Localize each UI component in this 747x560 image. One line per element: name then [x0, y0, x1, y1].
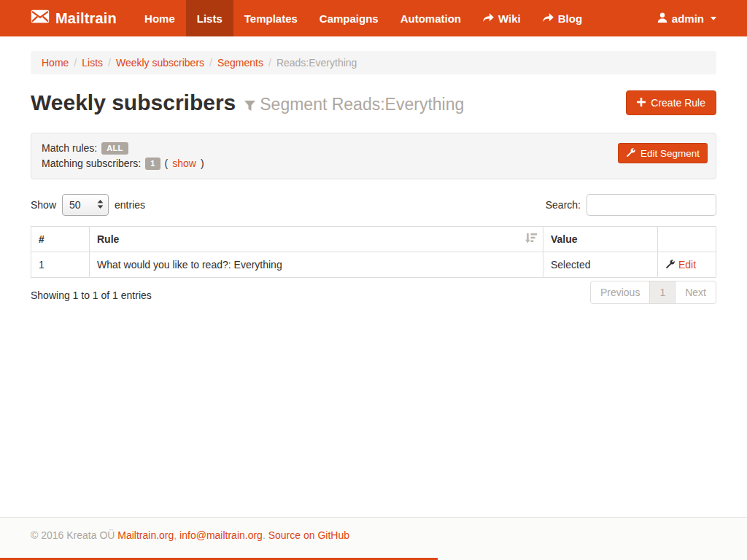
action-cell: Edit: [658, 252, 716, 278]
paren-close: ): [201, 156, 204, 171]
plus-icon: [637, 97, 646, 109]
wrench-icon: [665, 259, 675, 271]
pagination-previous-button[interactable]: Previous: [590, 281, 650, 304]
envelope-icon: [31, 9, 50, 27]
pagination: Previous 1 Next: [590, 281, 716, 304]
rule-cell: What would you like to read?: Everything: [90, 252, 543, 278]
nav-item-lists[interactable]: Lists: [186, 0, 233, 36]
column-header-value[interactable]: Value: [543, 227, 658, 252]
matching-count-badge: 1: [145, 158, 160, 170]
nav-item-blog[interactable]: Blog: [532, 0, 593, 36]
edit-rule-link[interactable]: Edit: [665, 259, 696, 271]
column-header-action: [658, 227, 716, 252]
pagination-page-1[interactable]: 1: [649, 281, 676, 304]
top-navbar: Mailtrain Home Lists Templates Campaigns…: [0, 0, 747, 36]
brand-label: Mailtrain: [55, 10, 117, 27]
chevron-down-icon: [711, 17, 716, 20]
user-icon: [657, 12, 667, 25]
search-input[interactable]: [587, 194, 716, 216]
nav-item-templates[interactable]: Templates: [233, 0, 309, 36]
mailtrain-org-link[interactable]: Mailtrain.org: [117, 529, 174, 541]
column-header-rule[interactable]: Rule: [90, 227, 543, 252]
source-github-link[interactable]: Source on GitHub: [268, 529, 349, 541]
nav-item-wiki[interactable]: Wiki: [472, 0, 532, 36]
page-title: Weekly subscribers Segment Reads:Everyth…: [31, 90, 464, 115]
nav-item-automation[interactable]: Automation: [390, 0, 472, 36]
showing-entries-text: Showing 1 to 1 of 1 entries: [31, 289, 152, 301]
entries-select[interactable]: 50: [62, 194, 109, 216]
breadcrumb-weekly-subscribers[interactable]: Weekly subscribers: [116, 57, 204, 69]
entries-suffix-label: entries: [115, 199, 145, 211]
segment-summary-panel: Match rules: ALL Matching subscribers: 1…: [31, 133, 716, 179]
sort-descending-icon[interactable]: [525, 233, 538, 246]
nav-item-home[interactable]: Home: [133, 0, 186, 36]
breadcrumb-home[interactable]: Home: [42, 57, 69, 69]
page-footer: © 2016 Kreata OÜ Mailtrain.org, info@mai…: [0, 517, 747, 560]
breadcrumb-lists[interactable]: Lists: [82, 57, 103, 69]
nav-item-campaigns[interactable]: Campaigns: [309, 0, 390, 36]
copyright-text: © 2016 Kreata OÜ: [31, 529, 117, 541]
create-rule-button[interactable]: Create Rule: [626, 90, 716, 115]
show-subscribers-link[interactable]: show: [172, 156, 196, 171]
search-label: Search:: [546, 199, 581, 211]
breadcrumb: Home / Lists / Weekly subscribers / Segm…: [31, 51, 716, 74]
user-menu[interactable]: admin: [646, 0, 727, 36]
share-arrow-icon: [483, 12, 494, 25]
user-label: admin: [672, 12, 704, 25]
edit-segment-button[interactable]: Edit Segment: [618, 143, 708, 163]
value-cell: Selected: [543, 252, 658, 278]
page-subtitle: Segment Reads:Everything: [244, 95, 464, 114]
column-header-num[interactable]: #: [31, 227, 90, 252]
filter-icon: [244, 96, 255, 115]
share-arrow-icon: [543, 12, 554, 25]
show-entries-label: Show: [31, 199, 56, 211]
brand-mailtrain[interactable]: Mailtrain: [20, 0, 128, 36]
wrench-icon: [626, 147, 635, 159]
match-rules-label: Match rules:: [42, 141, 97, 155]
email-link[interactable]: info@mailtrain.org: [179, 529, 263, 541]
entries-select-value: 50: [69, 199, 81, 211]
paren-open: (: [165, 156, 169, 171]
table-header-row: # Rule Value: [31, 227, 716, 252]
rule-number-cell: 1: [31, 252, 90, 278]
table-row: 1 What would you like to read?: Everythi…: [31, 252, 716, 278]
pagination-next-button[interactable]: Next: [675, 281, 716, 304]
rules-table: # Rule Value: [31, 226, 716, 278]
matching-subscribers-label: Matching subscribers:: [42, 156, 141, 171]
breadcrumb-segments[interactable]: Segments: [217, 57, 263, 69]
select-stepper-icon: [97, 199, 104, 211]
match-rules-badge: ALL: [101, 142, 128, 155]
breadcrumb-current: Reads:Everything: [276, 57, 357, 69]
